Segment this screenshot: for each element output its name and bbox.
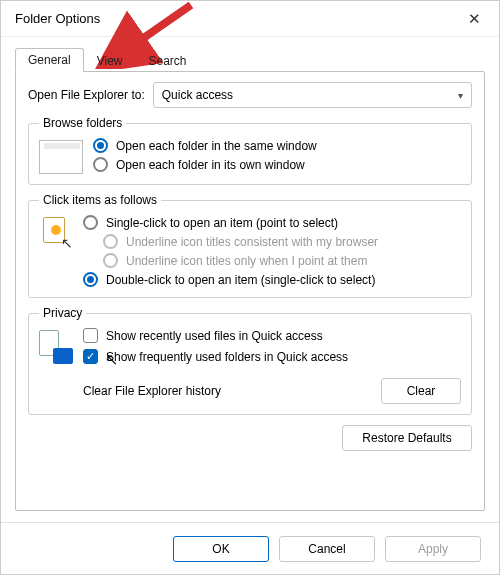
browse-folders-legend: Browse folders	[39, 116, 126, 130]
checkbox-label: Show recently used files in Quick access	[106, 329, 323, 343]
privacy-legend: Privacy	[39, 306, 86, 320]
clear-button[interactable]: Clear	[381, 378, 461, 404]
checkbox-label: Show frequently used folders in Quick ac…	[106, 350, 348, 364]
browse-folders-group: Browse folders Open each folder in the s…	[28, 116, 472, 185]
radio-label: Underline icon titles consistent with my…	[126, 235, 378, 249]
history-label: Clear File Explorer history	[83, 384, 221, 398]
radio-single-click[interactable]: Single-click to open an item (point to s…	[83, 215, 378, 230]
dialog-button-bar: OK Cancel Apply	[1, 522, 499, 574]
window-title: Folder Options	[15, 11, 100, 26]
restore-defaults-button[interactable]: Restore Defaults	[342, 425, 472, 451]
tab-general[interactable]: General	[15, 48, 84, 72]
click-items-group: Click items as follows ↖ Single-click to…	[28, 193, 472, 298]
title-bar: Folder Options ✕	[1, 1, 499, 37]
open-to-select[interactable]: Quick access ▾	[153, 82, 472, 108]
ok-button[interactable]: OK	[173, 536, 269, 562]
radio-icon	[93, 138, 108, 153]
cancel-button[interactable]: Cancel	[279, 536, 375, 562]
apply-button[interactable]: Apply	[385, 536, 481, 562]
open-to-label: Open File Explorer to:	[28, 88, 145, 102]
tab-panel-general: Open File Explorer to: Quick access ▾ Br…	[15, 71, 485, 511]
click-icon: ↖	[39, 217, 73, 251]
radio-icon	[93, 157, 108, 172]
close-icon[interactable]: ✕	[455, 4, 493, 34]
chevron-down-icon: ▾	[458, 90, 463, 101]
radio-label: Double-click to open an item (single-cli…	[106, 273, 375, 287]
privacy-icon	[39, 330, 73, 364]
radio-icon	[103, 234, 118, 249]
tab-view[interactable]: View	[84, 49, 136, 72]
folder-options-dialog: Folder Options ✕ General View Search Ope…	[0, 0, 500, 575]
radio-double-click[interactable]: Double-click to open an item (single-cli…	[83, 272, 378, 287]
privacy-group: Privacy Show recently used files in Quic…	[28, 306, 472, 415]
checkbox-icon	[83, 328, 98, 343]
radio-label: Open each folder in its own window	[116, 158, 305, 172]
radio-icon	[83, 272, 98, 287]
click-items-legend: Click items as follows	[39, 193, 161, 207]
radio-label: Single-click to open an item (point to s…	[106, 216, 338, 230]
window-icon	[39, 140, 83, 174]
radio-same-window[interactable]: Open each folder in the same window	[93, 138, 317, 153]
tab-strip: General View Search	[1, 37, 499, 71]
checkbox-icon	[83, 349, 98, 364]
radio-icon	[83, 215, 98, 230]
tab-search[interactable]: Search	[136, 49, 200, 72]
check-frequent-folders[interactable]: Show frequently used folders in Quick ac…	[83, 349, 461, 364]
radio-label: Underline icon titles only when I point …	[126, 254, 367, 268]
radio-own-window[interactable]: Open each folder in its own window	[93, 157, 317, 172]
radio-label: Open each folder in the same window	[116, 139, 317, 153]
radio-underline-point: Underline icon titles only when I point …	[103, 253, 378, 268]
radio-icon	[103, 253, 118, 268]
radio-underline-browser: Underline icon titles consistent with my…	[103, 234, 378, 249]
check-recent-files[interactable]: Show recently used files in Quick access	[83, 328, 461, 343]
open-to-value: Quick access	[162, 88, 233, 102]
